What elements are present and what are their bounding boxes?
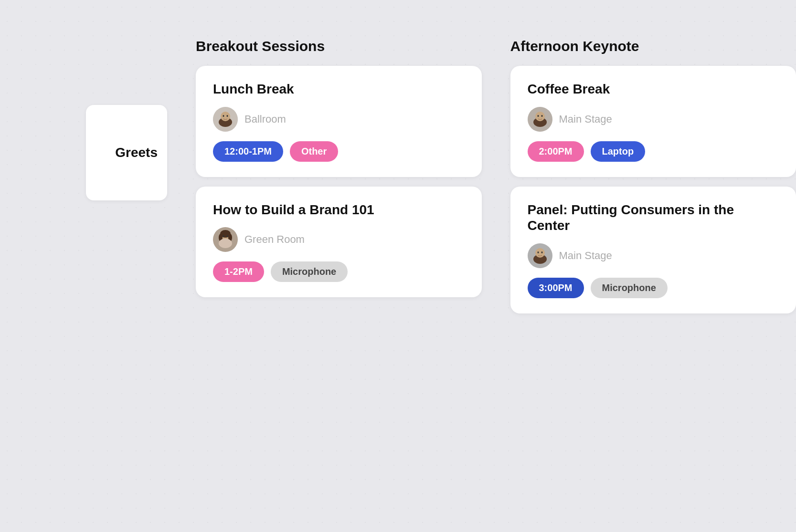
card-tags-coffee: 2:00PM Laptop: [528, 141, 779, 162]
avatar-panel: [528, 243, 552, 268]
tag-pill-panel: Microphone: [591, 278, 668, 298]
location-text-panel: Main Stage: [559, 250, 612, 262]
card-tags-panel: 3:00PM Microphone: [528, 278, 779, 298]
tag-pill-lunch: Other: [290, 141, 338, 162]
svg-point-4: [227, 115, 228, 117]
card-location-row-brand: Green Room: [213, 227, 465, 252]
avatar-coffee-break: [528, 107, 552, 132]
card-tags-brand: 1-2PM Microphone: [213, 261, 465, 282]
afternoon-keynote-cards: Coffee Break Main Stage: [510, 66, 796, 313]
tag-pill-coffee: Laptop: [591, 141, 646, 162]
svg-point-21: [537, 251, 539, 253]
card-tags-lunch: 12:00-1PM Other: [213, 141, 465, 162]
location-text-lunch: Ballroom: [244, 113, 286, 125]
avatar-face-male3: [528, 243, 552, 268]
svg-point-12: [219, 239, 232, 248]
location-text-brand: Green Room: [244, 233, 305, 246]
svg-point-17: [541, 115, 542, 117]
card-lunch-break[interactable]: Lunch Break Ballroom: [196, 66, 482, 177]
card-title-coffee: Coffee Break: [528, 81, 779, 97]
tag-pill-brand: Microphone: [271, 261, 348, 282]
card-location-row-lunch: Ballroom: [213, 107, 465, 132]
avatar-lunch-break: [213, 107, 238, 132]
afternoon-keynote-title: Afternoon Keynote: [510, 38, 796, 54]
card-title-panel: Panel: Putting Consumers in the Center: [528, 202, 779, 234]
card-location-row-coffee: Main Stage: [528, 107, 779, 132]
time-pill-panel: 3:00PM: [528, 278, 584, 298]
avatar-face-male1: [213, 107, 238, 132]
card-title-lunch-break: Lunch Break: [213, 81, 465, 97]
card-brand-101[interactable]: How to Build a Brand 101: [196, 187, 482, 298]
left-partial-section: Greets: [86, 38, 167, 532]
breakout-sessions-cards: Lunch Break Ballroom: [196, 66, 482, 297]
avatar-face-female: [213, 227, 238, 252]
breakout-sessions-column: Breakout Sessions Lunch Break: [196, 38, 482, 532]
location-text-coffee: Main Stage: [559, 113, 612, 125]
card-coffee-break[interactable]: Coffee Break Main Stage: [510, 66, 796, 177]
avatar-face-male2: [528, 107, 552, 132]
svg-point-3: [223, 115, 224, 117]
svg-point-11: [227, 235, 228, 237]
breakout-sessions-title: Breakout Sessions: [196, 38, 482, 54]
time-pill-brand: 1-2PM: [213, 261, 264, 282]
time-pill-coffee: 2:00PM: [528, 141, 584, 162]
afternoon-keynote-column: Afternoon Keynote Coffee Break: [510, 38, 796, 532]
time-pill-lunch: 12:00-1PM: [213, 141, 283, 162]
card-title-brand: How to Build a Brand 101: [213, 202, 465, 218]
svg-point-22: [541, 251, 542, 253]
partial-card-text: Greets: [115, 145, 158, 160]
svg-point-16: [537, 115, 539, 117]
card-panel-consumers[interactable]: Panel: Putting Consumers in the Center M…: [510, 187, 796, 313]
partial-greets-card: Greets: [86, 105, 167, 200]
avatar-brand-101: [213, 227, 238, 252]
card-location-row-panel: Main Stage: [528, 243, 779, 268]
svg-point-10: [223, 235, 224, 237]
